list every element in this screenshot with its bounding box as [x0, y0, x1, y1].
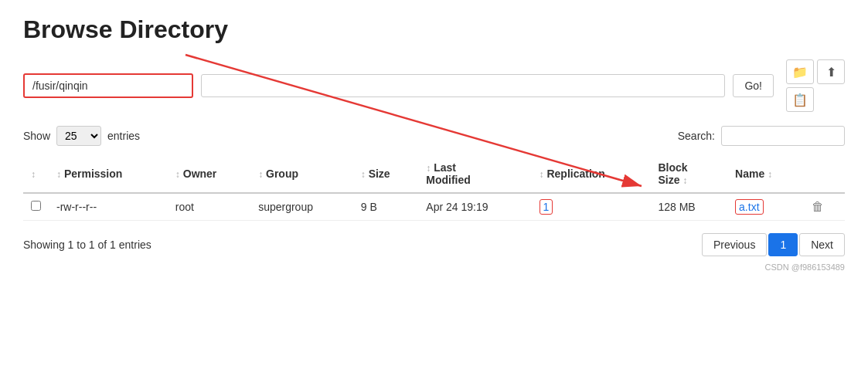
- search-label: Search:: [678, 130, 715, 142]
- cell-group: supergroup: [250, 193, 353, 221]
- col-group: ↕ Group: [250, 155, 353, 193]
- delete-icon[interactable]: 🗑: [812, 200, 824, 213]
- path-input[interactable]: [23, 73, 193, 98]
- col-last-modified: ↕ LastModified: [418, 155, 531, 193]
- file-name-link[interactable]: a.txt: [735, 199, 763, 215]
- upload-icon-button[interactable]: ⬆: [817, 59, 845, 84]
- col-block-size: BlockSize ↕: [650, 155, 727, 193]
- show-label: Show: [23, 130, 50, 142]
- sort-icon-lm: ↕: [426, 163, 431, 174]
- page-title: Browse Directory: [23, 15, 845, 44]
- replication-link[interactable]: 1: [540, 199, 553, 215]
- cell-checkbox: [23, 193, 49, 221]
- sort-icon-owner: ↕: [175, 169, 180, 180]
- sort-icon-name: ↕: [768, 169, 772, 180]
- list-icon-button[interactable]: 📋: [786, 87, 814, 112]
- upload-icon: ⬆: [826, 65, 836, 80]
- folder-icon: 📁: [792, 65, 808, 80]
- cell-last-modified: Apr 24 19:19: [418, 193, 531, 221]
- entries-label: entries: [107, 130, 140, 142]
- cell-owner: root: [168, 193, 250, 221]
- col-owner: ↕ Owner: [168, 155, 250, 193]
- sort-icon-group: ↕: [258, 169, 263, 180]
- cell-replication: 1: [532, 193, 651, 221]
- folder-icon-button[interactable]: 📁: [786, 59, 814, 84]
- search-row: Search:: [678, 126, 845, 146]
- pagination: Previous 1 Next: [702, 233, 845, 256]
- table-row: -rw-r--r-- root supergroup 9 B Apr 24 19…: [23, 193, 845, 221]
- search-input[interactable]: [721, 126, 845, 146]
- path-bar: Go! 📁 ⬆ 📋: [23, 59, 845, 112]
- col-action: [804, 155, 845, 193]
- col-replication: ↕ Replication: [532, 155, 651, 193]
- col-name: Name ↕: [727, 155, 804, 193]
- go-button[interactable]: Go!: [733, 74, 774, 97]
- sort-icon-replication: ↕: [540, 169, 544, 180]
- entries-select[interactable]: 10 25 50 100: [56, 126, 101, 146]
- page-1-button[interactable]: 1: [768, 233, 798, 256]
- cell-name: a.txt: [727, 193, 804, 221]
- col-checkbox: ↕: [23, 155, 49, 193]
- previous-button[interactable]: Previous: [702, 233, 767, 256]
- cell-size: 9 B: [353, 193, 419, 221]
- list-icon: 📋: [792, 93, 808, 107]
- table-header-row: ↕ ↕ Permission ↕ Owner ↕ Group ↕ Size ↕ …: [23, 155, 845, 193]
- controls-row: Show 10 25 50 100 entries Search:: [23, 126, 845, 146]
- watermark: CSDN @f986153489: [23, 262, 845, 272]
- file-table: ↕ ↕ Permission ↕ Owner ↕ Group ↕ Size ↕ …: [23, 155, 845, 221]
- cell-permission: -rw-r--r--: [49, 193, 168, 221]
- sort-icon-permission: ↕: [56, 169, 61, 180]
- sort-icon-checkbox: ↕: [31, 169, 36, 180]
- cell-block-size: 128 MB: [650, 193, 727, 221]
- col-permission: ↕ Permission: [49, 155, 168, 193]
- next-button[interactable]: Next: [799, 233, 845, 256]
- show-entries: Show 10 25 50 100 entries: [23, 126, 140, 146]
- toolbar-icons: 📁 ⬆ 📋: [786, 59, 845, 112]
- row-checkbox[interactable]: [31, 201, 41, 211]
- path-input-wide[interactable]: [201, 74, 725, 97]
- col-size: ↕ Size: [353, 155, 419, 193]
- sort-icon-size: ↕: [361, 169, 366, 180]
- footer-row: Showing 1 to 1 of 1 entries Previous 1 N…: [23, 233, 845, 256]
- showing-text: Showing 1 to 1 of 1 entries: [23, 239, 151, 251]
- sort-icon-blocksize: ↕: [682, 175, 687, 186]
- cell-action: 🗑: [804, 193, 845, 221]
